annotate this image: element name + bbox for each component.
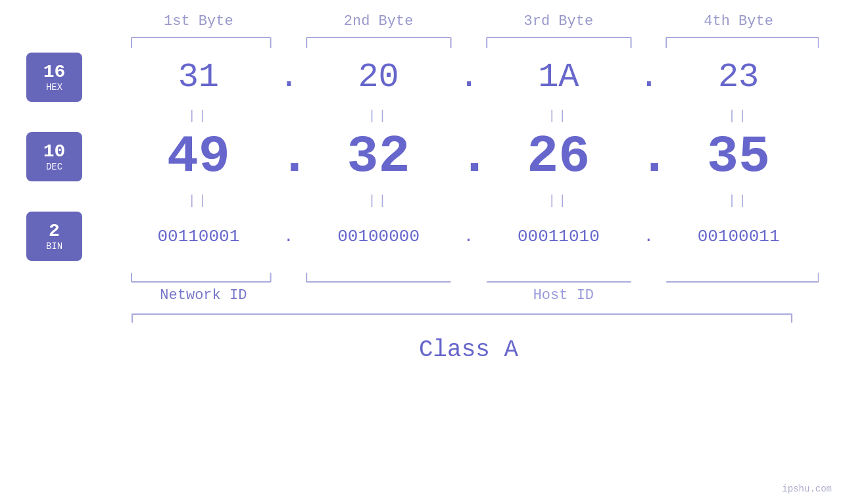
byte4-header: 4th Byte — [658, 13, 819, 30]
dec-dot1: . — [279, 127, 299, 187]
full-bracket-right — [791, 313, 792, 323]
dec-base-label: DEC — [46, 162, 62, 172]
hex-byte4: 23 — [658, 58, 819, 97]
sep1-b4: || — [658, 108, 819, 124]
dec-badge: 10 DEC — [26, 132, 82, 181]
hex-values: 31 . 20 . 1A . 23 — [118, 58, 819, 97]
hex-base-num: 16 — [43, 62, 66, 82]
bracket-top-3 — [479, 36, 639, 53]
hex-badge: 16 HEX — [26, 53, 82, 102]
dec-byte2: 32 — [299, 127, 459, 187]
byte-headers-row: 1st Byte 2nd Byte 3rd Byte 4th Byte — [26, 13, 819, 30]
bracket-top-1 — [118, 36, 279, 53]
sep1-b2: || — [299, 108, 459, 124]
sep2-b3: || — [479, 193, 639, 208]
bin-row: 2 BIN 00110001 . 00100000 . 00011010 . 0… — [26, 212, 819, 261]
separator-row-1: || || || || — [26, 108, 819, 124]
dec-byte1: 49 — [118, 127, 279, 187]
sep2-b4: || — [658, 193, 819, 208]
bin-base-label: BIN — [46, 241, 62, 252]
top-brackets — [26, 36, 819, 53]
full-bracket — [26, 313, 819, 327]
bin-base-num: 2 — [49, 221, 60, 241]
sep1-b3: || — [479, 108, 639, 124]
dec-dot2: . — [459, 127, 479, 187]
bin-byte4: 00100011 — [658, 227, 819, 246]
hex-byte3: 1A — [479, 58, 639, 97]
bin-dot3: . — [639, 227, 658, 246]
sep2-b2: || — [299, 193, 459, 208]
dec-row: 10 DEC 49 . 32 . 26 . 35 — [26, 127, 819, 187]
bin-byte1: 00110001 — [118, 227, 279, 246]
dec-dot3: . — [639, 127, 658, 187]
dec-base-num: 10 — [43, 141, 66, 162]
hex-dot3: . — [639, 58, 658, 97]
network-id-label: Network ID — [118, 287, 289, 304]
full-bracket-line — [132, 313, 792, 315]
hex-dot1: . — [279, 58, 299, 97]
bin-dot2: . — [459, 227, 479, 246]
byte3-header: 3rd Byte — [479, 13, 639, 30]
hex-dot2: . — [459, 58, 479, 97]
dec-byte4: 35 — [658, 127, 819, 187]
bracket-bottom-net — [118, 267, 279, 284]
bracket-top-4 — [658, 36, 819, 53]
id-brackets — [26, 267, 819, 284]
dec-values: 49 . 32 . 26 . 35 — [118, 127, 819, 187]
class-label: Class A — [118, 336, 819, 363]
hex-byte2: 20 — [299, 58, 459, 97]
byte2-header: 2nd Byte — [299, 13, 459, 30]
bracket-bottom-host2 — [479, 267, 639, 284]
bin-badge: 2 BIN — [26, 212, 82, 261]
host-id-label: Host ID — [308, 287, 819, 304]
full-bracket-left — [132, 313, 133, 323]
bin-values: 00110001 . 00100000 . 00011010 . 0010001… — [118, 227, 819, 246]
separator-row-2: || || || || — [26, 193, 819, 208]
bin-byte3: 00011010 — [479, 227, 639, 246]
hex-base-label: HEX — [46, 82, 62, 93]
watermark: ipshu.com — [782, 484, 832, 494]
bracket-bottom-host3 — [658, 267, 819, 284]
class-label-row: Class A — [26, 336, 819, 363]
dec-byte3: 26 — [479, 127, 639, 187]
bracket-bottom-host1 — [299, 267, 459, 284]
sep2-b1: || — [118, 193, 279, 208]
bin-dot1: . — [279, 227, 299, 246]
bracket-top-2 — [299, 36, 459, 53]
hex-byte1: 31 — [118, 58, 279, 97]
byte1-header: 1st Byte — [118, 13, 279, 30]
hex-row: 16 HEX 31 . 20 . 1A . 23 — [26, 53, 819, 102]
sep1-b1: || — [118, 108, 279, 124]
bin-byte2: 00100000 — [299, 227, 459, 246]
id-labels: Network ID Host ID — [26, 287, 819, 304]
main-container: 1st Byte 2nd Byte 3rd Byte 4th Byte 16 H… — [0, 0, 845, 504]
